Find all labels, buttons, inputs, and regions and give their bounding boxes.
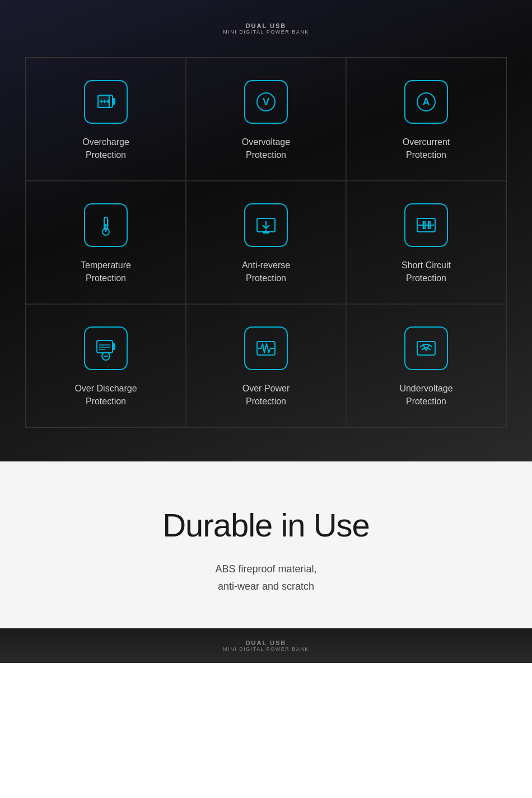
svg-rect-28	[97, 340, 113, 353]
list-item: Short CircuitProtection	[346, 181, 506, 304]
antireverse-icon	[254, 213, 278, 237]
svg-text:A: A	[423, 96, 430, 108]
overcurrent-icon-box: A	[404, 80, 448, 124]
list-item: Over DischargeProtection	[26, 304, 186, 427]
overdischarge-icon-box	[84, 326, 128, 370]
list-item: V OvervoltageProtection	[186, 58, 346, 181]
svg-rect-6	[98, 95, 109, 108]
durable-description: ABS fireproof material,anti-wear and scr…	[215, 561, 316, 595]
overdischarge-icon	[94, 336, 118, 361]
svg-rect-29	[113, 344, 115, 349]
battery-icon	[94, 90, 118, 114]
ampere-icon: A	[414, 90, 438, 114]
overvoltage-label: OvervoltageProtection	[242, 136, 290, 161]
middle-section: Durable in Use ABS fireproof material,an…	[0, 461, 532, 628]
antireverse-label: Anti-reverseProtection	[242, 259, 290, 284]
bottom-brand-title: DUAL USB	[246, 640, 287, 646]
overcurrent-label: OvercurrentProtection	[403, 136, 450, 161]
temperature-icon-box	[84, 203, 128, 247]
undervoltage-label: UndervoltageProtection	[399, 382, 452, 408]
temperature-label: TemperatureProtection	[81, 259, 131, 284]
list-item: TemperatureProtection	[26, 181, 186, 304]
list-item: Anti-reverseProtection	[186, 181, 346, 304]
shortcircuit-icon-box	[404, 203, 448, 247]
durable-title: Durable in Use	[162, 506, 370, 544]
voltage-icon: V	[254, 90, 278, 114]
bottom-section: DUAL USB MINI DIGITAL POWER BANK	[0, 628, 532, 663]
bottom-brand-subtitle: MINI DIGITAL POWER BANK	[223, 646, 309, 652]
overpower-icon-box	[244, 326, 288, 370]
svg-rect-1	[113, 99, 115, 104]
brand-title: DUAL USB	[223, 22, 309, 29]
undervoltage-icon	[414, 336, 438, 361]
overcharge-icon-box	[84, 80, 128, 124]
svg-text:V: V	[263, 96, 269, 108]
shortcircuit-label: Short CircuitProtection	[402, 259, 451, 284]
thermometer-icon	[94, 213, 118, 237]
overvoltage-icon-box: V	[244, 80, 288, 124]
overdischarge-label: Over DischargeProtection	[74, 382, 137, 408]
top-section: DUAL USB MINI DIGITAL POWER BANK Overcha…	[0, 0, 532, 461]
overpower-icon	[254, 336, 278, 361]
list-item: OverchargeProtection	[26, 58, 186, 181]
list-item: A OvercurrentProtection	[346, 58, 506, 181]
overcharge-label: OverchargeProtection	[82, 136, 129, 161]
shortcircuit-icon	[414, 213, 438, 237]
brand-header: DUAL USB MINI DIGITAL POWER BANK	[223, 22, 309, 35]
overpower-label: Over PowerProtection	[242, 382, 290, 408]
list-item: Over PowerProtection	[186, 304, 346, 427]
list-item: UndervoltageProtection	[346, 304, 506, 427]
brand-subtitle: MINI DIGITAL POWER BANK	[223, 29, 309, 35]
protection-grid: OverchargeProtection V OvervoltageProtec…	[25, 57, 507, 428]
antireverse-icon-box	[244, 203, 288, 247]
undervoltage-icon-box	[404, 326, 448, 370]
